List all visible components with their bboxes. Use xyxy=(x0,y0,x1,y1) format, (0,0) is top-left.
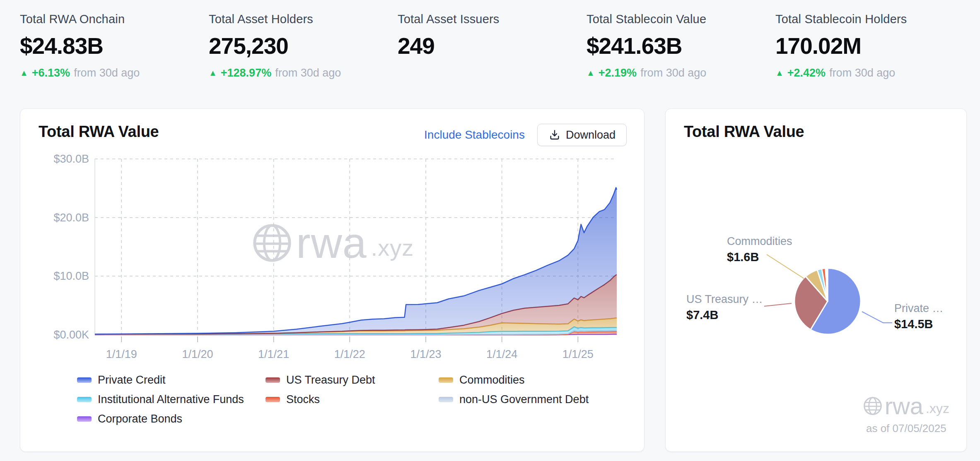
pie-callout-commodities: Commodities $1.6B xyxy=(727,235,792,264)
pie-callout-private-credit: Private … $14.5B xyxy=(894,302,944,331)
stat-delta: ▲ +128.97% from 30d ago xyxy=(209,67,398,79)
svg-text:$10.0B: $10.0B xyxy=(53,270,89,282)
up-triangle-icon: ▲ xyxy=(775,69,784,77)
legend-item[interactable]: Corporate Bonds xyxy=(77,413,266,425)
svg-text:$0.00K: $0.00K xyxy=(53,329,89,341)
legend-swatch xyxy=(77,416,92,422)
stat-delta: ▲ +2.19% from 30d ago xyxy=(587,67,775,79)
pie-slice[interactable] xyxy=(827,268,828,301)
legend-item[interactable]: Institutional Alternative Funds xyxy=(77,393,266,406)
total-rwa-value-pie-card: Total RWA Value Commodities $1.6B US Tre… xyxy=(665,108,967,452)
pie-chart[interactable] xyxy=(666,109,967,452)
pie-callout-value: $1.6B xyxy=(727,250,792,264)
stat-delta-suffix: from 30d ago xyxy=(74,67,140,79)
legend-label: Corporate Bonds xyxy=(98,413,182,425)
stat-delta: ▲ +2.42% from 30d ago xyxy=(775,67,964,79)
stat-delta-percent: +128.97% xyxy=(221,67,271,79)
svg-text:1/1/23: 1/1/23 xyxy=(410,348,441,360)
stat-card: Total Asset Holders 275,230 ▲ +128.97% f… xyxy=(209,12,398,79)
stat-delta-suffix: from 30d ago xyxy=(829,67,895,79)
svg-text:1/1/22: 1/1/22 xyxy=(334,348,365,360)
total-rwa-value-chart-card: Total RWA Value Include Stablecoins Down… xyxy=(20,108,644,452)
svg-text:1/1/19: 1/1/19 xyxy=(106,348,137,360)
legend-swatch xyxy=(77,397,92,402)
stat-card: Total RWA Onchain $24.83B ▲ +6.13% from … xyxy=(20,12,209,79)
legend-label: Institutional Alternative Funds xyxy=(98,393,244,406)
stats-row: Total RWA Onchain $24.83B ▲ +6.13% from … xyxy=(20,12,964,79)
stat-delta-percent: +6.13% xyxy=(32,67,70,79)
stat-value: 170.02M xyxy=(775,33,964,59)
stat-delta-suffix: from 30d ago xyxy=(640,67,706,79)
pie-callout-value: $14.5B xyxy=(894,317,944,331)
stat-delta-suffix: from 30d ago xyxy=(275,67,341,79)
chart-legend: Private Credit US Treasury Debt Commodit… xyxy=(77,374,628,425)
stat-label: Total Stablecoin Value xyxy=(587,12,775,26)
stat-label: Total RWA Onchain xyxy=(20,12,209,26)
legend-label: non-US Government Debt xyxy=(459,393,589,406)
pie-callout-name: Commodities xyxy=(727,235,792,248)
stat-delta-percent: +2.19% xyxy=(599,67,637,79)
legend-item[interactable]: Private Credit xyxy=(77,374,266,386)
legend-item[interactable]: non-US Government Debt xyxy=(439,393,628,406)
legend-label: Private Credit xyxy=(98,374,166,387)
stat-value: $241.63B xyxy=(587,33,775,59)
svg-text:$30.0B: $30.0B xyxy=(53,153,89,165)
up-triangle-icon: ▲ xyxy=(20,69,28,77)
stat-value: 275,230 xyxy=(209,33,398,59)
stat-card: Total Stablecoin Value $241.63B ▲ +2.19%… xyxy=(587,12,775,79)
up-triangle-icon: ▲ xyxy=(209,69,217,77)
stat-label: Total Asset Holders xyxy=(209,12,398,26)
stat-label: Total Stablecoin Holders xyxy=(775,12,964,26)
legend-swatch xyxy=(266,377,280,383)
stat-value: $24.83B xyxy=(20,33,209,59)
up-triangle-icon: ▲ xyxy=(587,69,595,77)
svg-text:1/1/25: 1/1/25 xyxy=(562,348,594,360)
stat-delta-percent: +2.42% xyxy=(787,67,826,79)
stat-value: 249 xyxy=(398,33,587,59)
svg-text:1/1/24: 1/1/24 xyxy=(486,348,517,360)
stat-card: Total Stablecoin Holders 170.02M ▲ +2.42… xyxy=(775,12,964,79)
svg-text:1/1/20: 1/1/20 xyxy=(182,348,213,360)
legend-swatch xyxy=(439,377,453,383)
svg-text:1/1/21: 1/1/21 xyxy=(258,348,289,360)
legend-swatch xyxy=(266,397,280,402)
pie-callout-value: $7.4B xyxy=(686,308,763,322)
legend-item[interactable]: Stocks xyxy=(266,393,439,406)
legend-label: Stocks xyxy=(286,393,320,406)
stat-card: Total Asset Issuers 249 ▲ xyxy=(398,12,587,79)
pie-callout-name: Private … xyxy=(894,302,944,315)
pie-callout-us-treasury: US Treasury … $7.4B xyxy=(686,293,763,322)
stat-label: Total Asset Issuers xyxy=(398,12,587,26)
legend-label: Commodities xyxy=(459,374,525,387)
svg-text:$20.0B: $20.0B xyxy=(53,211,89,224)
legend-label: US Treasury Debt xyxy=(286,374,375,387)
legend-swatch xyxy=(439,397,453,402)
legend-item[interactable]: Commodities xyxy=(439,374,628,386)
pie-callout-name: US Treasury … xyxy=(686,293,763,306)
legend-swatch xyxy=(77,377,92,383)
stat-delta: ▲ +6.13% from 30d ago xyxy=(20,67,209,79)
legend-item[interactable]: US Treasury Debt xyxy=(266,374,439,386)
